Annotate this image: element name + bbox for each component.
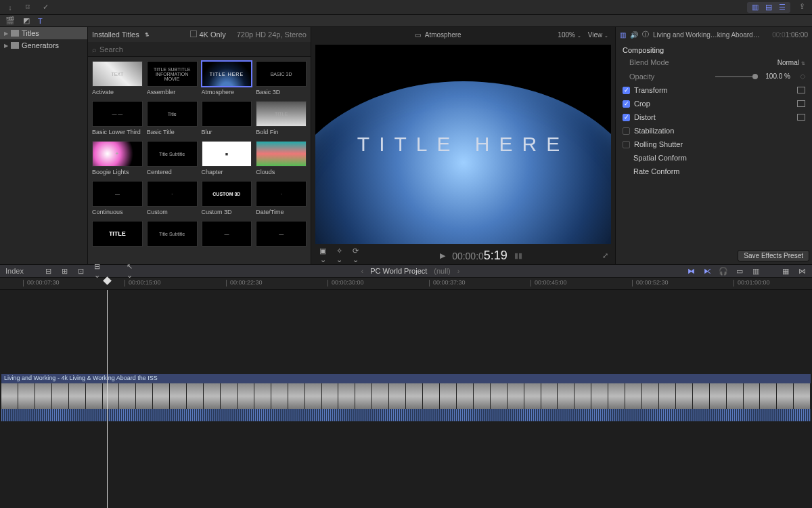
library-icon[interactable]: 🎬 xyxy=(5,16,15,25)
ruler-tick: 00:00:30:00 xyxy=(332,279,364,286)
ruler-tick: 00:01:00:00 xyxy=(738,279,770,286)
section-checkbox[interactable] xyxy=(623,127,630,135)
connect-clip-icon[interactable]: ⊟ xyxy=(44,267,53,276)
disclosure-triangle-icon[interactable]: ▶ xyxy=(4,30,8,37)
title-thumb[interactable]: —Continuous xyxy=(92,181,143,215)
background-tasks-icon[interactable]: ✓ xyxy=(39,3,51,12)
video-clip-strip[interactable] xyxy=(1,383,811,409)
sidebar-item-titles[interactable]: ▶ Titles xyxy=(0,27,87,39)
title-thumb[interactable]: TITLE SUBTITLE INFORMATION MOVIEAssemble… xyxy=(147,61,198,96)
keyframe-icon[interactable]: ◇ xyxy=(800,72,805,81)
layout-switcher[interactable]: ▥▤☰ xyxy=(747,2,790,13)
playhead-marker-icon[interactable] xyxy=(104,276,112,285)
audio-meter-icon[interactable]: ▮▮ xyxy=(514,251,522,260)
tool-row: 🎬 ◩ T xyxy=(0,15,812,27)
zoom-dropdown[interactable]: 100% ⌄ xyxy=(558,31,581,39)
timeline-ruler[interactable]: 00:00:07:3000:00:15:0000:00:22:3000:00:3… xyxy=(0,278,812,290)
inspector-section-row[interactable]: Crop xyxy=(616,97,812,110)
save-effects-preset-button[interactable]: Save Effects Preset xyxy=(738,250,809,261)
skimming-icon[interactable]: ⧓ xyxy=(686,267,696,276)
solo-icon[interactable]: 🎧 xyxy=(719,267,728,276)
play-icon[interactable]: ▶ xyxy=(440,251,445,260)
inspector-section-row[interactable]: Rolling Shutter xyxy=(616,137,812,151)
audio-waveform[interactable] xyxy=(1,409,811,421)
view-dropdown[interactable]: View ⌄ xyxy=(588,31,608,39)
retime-tool-icon[interactable]: ⟳ ⌄ xyxy=(351,247,360,264)
title-preview: BASIC 3D xyxy=(256,61,307,87)
title-thumb[interactable]: TitleBasic Title xyxy=(147,101,198,135)
index-button[interactable]: Index xyxy=(5,267,24,275)
viewer-timecode: 00:00:05:19 xyxy=(452,249,508,263)
title-thumb[interactable]: ✦Boogie Lights xyxy=(92,141,143,175)
spatial-conform-label[interactable]: Spatial Conform xyxy=(633,154,687,162)
effects-browser-icon[interactable]: ▦ xyxy=(781,267,790,276)
section-reset-icon[interactable] xyxy=(797,114,805,121)
titles-generators-icon[interactable]: T xyxy=(38,17,43,25)
video-inspector-icon[interactable]: ▥ xyxy=(620,31,626,39)
snap-icon[interactable]: ▭ xyxy=(735,267,744,276)
blend-mode-dropdown[interactable]: Normal ⇅ xyxy=(777,58,805,66)
title-thumb[interactable]: Clouds xyxy=(256,141,307,175)
opacity-slider[interactable] xyxy=(715,76,756,77)
title-thumb[interactable]: CUSTOM 3DCustom 3D xyxy=(202,181,252,215)
fullscreen-icon[interactable]: ⤢ xyxy=(602,251,608,260)
title-thumb[interactable]: TEXTActivate xyxy=(92,61,143,96)
photos-icon[interactable]: ◩ xyxy=(23,16,30,25)
title-thumb[interactable]: ·Date/Time xyxy=(256,181,307,215)
title-thumb[interactable]: Blur xyxy=(202,101,252,135)
clip-frame xyxy=(474,383,491,409)
opacity-value[interactable]: 100.0 % xyxy=(765,72,790,80)
title-thumb[interactable]: Title SubtitleCentered xyxy=(147,141,198,175)
section-checkbox[interactable] xyxy=(623,141,630,148)
clip-frame xyxy=(676,383,693,409)
project-name[interactable]: PC World Project xyxy=(370,267,427,275)
title-thumb[interactable]: ■Chapter xyxy=(202,141,252,175)
timeline[interactable]: Living and Working - 4k Living & Working… xyxy=(0,290,812,508)
section-reset-icon[interactable] xyxy=(797,100,805,107)
viewer-canvas[interactable]: TITLE HERE xyxy=(315,45,611,244)
section-checkbox[interactable] xyxy=(623,114,630,121)
clip-frame xyxy=(204,383,221,409)
playhead[interactable] xyxy=(107,290,108,508)
transform-tool-icon[interactable]: ▣ ⌄ xyxy=(318,247,328,264)
inspector-section-row[interactable]: Transform xyxy=(616,83,812,97)
sort-icon[interactable]: ⇅ xyxy=(145,32,150,38)
rate-conform-label[interactable]: Rate Conform xyxy=(633,167,679,175)
browser-header[interactable]: Installed Titles xyxy=(92,30,139,39)
keyword-icon[interactable]: ⌑ xyxy=(22,3,34,12)
clip-appearance-icon[interactable]: ▥ xyxy=(751,267,761,276)
title-thumb[interactable]: TITLE HEREAtmosphere xyxy=(202,61,252,96)
enhance-tool-icon[interactable]: ✧ ⌄ xyxy=(334,247,344,264)
clip-frame xyxy=(153,383,170,409)
title-thumb[interactable]: ·Custom xyxy=(147,181,198,215)
audio-inspector-icon[interactable]: 🔊 xyxy=(630,31,638,39)
inspector-section-row[interactable]: Stabilization xyxy=(616,124,812,137)
inspector-section-row[interactable]: Distort xyxy=(616,110,812,124)
info-inspector-icon[interactable]: ⓘ xyxy=(642,30,649,39)
insert-clip-icon[interactable]: ⊞ xyxy=(60,267,70,276)
import-icon[interactable]: ↓ xyxy=(4,3,16,12)
title-thumb[interactable]: Title Subtitle xyxy=(147,221,198,249)
clip-frame xyxy=(271,383,288,409)
search-input[interactable] xyxy=(99,45,307,54)
section-reset-icon[interactable] xyxy=(797,87,805,93)
disclosure-triangle-icon[interactable]: ▶ xyxy=(4,43,8,49)
title-thumb[interactable]: — xyxy=(202,221,252,249)
clip-frame xyxy=(18,383,35,409)
section-checkbox[interactable] xyxy=(623,87,630,94)
share-icon[interactable]: ⇪ xyxy=(796,2,808,12)
section-checkbox[interactable] xyxy=(623,100,630,108)
history-fwd-icon[interactable]: › xyxy=(457,267,460,275)
inspector-panel: ▥ 🔊 ⓘ Living and Working…king Aboard the… xyxy=(616,27,812,264)
title-thumb[interactable]: BASIC 3DBasic 3D xyxy=(256,61,307,96)
title-thumb[interactable]: — —Basic Lower Third xyxy=(92,101,143,135)
title-thumb[interactable]: TITLE xyxy=(92,221,143,249)
title-thumb[interactable]: — xyxy=(256,221,307,249)
append-clip-icon[interactable]: ⊡ xyxy=(76,267,86,276)
audio-skim-icon[interactable]: ⧔ xyxy=(702,267,712,276)
4k-only-toggle[interactable]: 4K Only xyxy=(190,30,226,39)
transitions-browser-icon[interactable]: ⋈ xyxy=(797,267,807,276)
history-back-icon[interactable]: ‹ xyxy=(361,267,363,275)
sidebar-item-generators[interactable]: ▶ Generators xyxy=(0,39,87,51)
title-thumb[interactable]: TITLEBold Fin xyxy=(256,101,307,135)
